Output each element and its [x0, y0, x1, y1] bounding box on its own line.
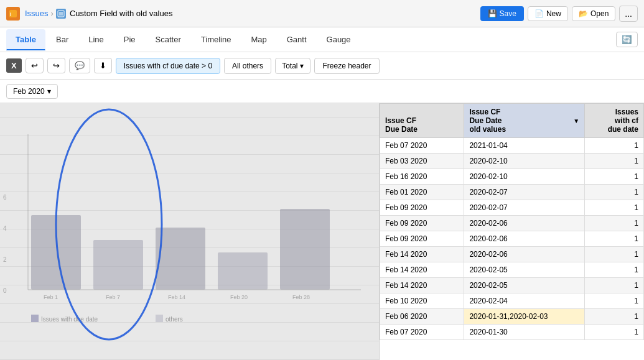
- svg-text:4: 4: [3, 225, 7, 232]
- cell-count: 1: [585, 200, 644, 216]
- chevron-icon: ▾: [300, 62, 304, 70]
- date-bar: Feb 2020 ▾: [0, 80, 644, 103]
- cell-old-value: 2020-01-31,2020-02-03: [464, 309, 585, 325]
- undo-button[interactable]: ↩: [26, 58, 44, 73]
- table-row: Feb 14 20202020-02-061: [380, 247, 644, 262]
- sort-desc-icon: ▼: [573, 118, 579, 124]
- table-header-row: Issue CFDue Date Issue CFDue Dateold val…: [380, 104, 644, 138]
- save-button[interactable]: 💾 Save: [480, 6, 524, 21]
- svg-text:Feb 28: Feb 28: [292, 294, 310, 300]
- svg-text:i: i: [10, 11, 12, 17]
- app-logo: i: [6, 7, 20, 21]
- svg-rect-7: [93, 240, 143, 290]
- cell-count: 1: [585, 216, 644, 231]
- table-row: Feb 09 20202020-02-061: [380, 216, 644, 231]
- clear-button[interactable]: X: [6, 58, 22, 73]
- cell-old-value: 2020-02-07: [464, 185, 585, 200]
- issues-link[interactable]: Issues: [25, 9, 49, 18]
- svg-text:0: 0: [3, 287, 7, 294]
- comment-button[interactable]: 💬: [69, 58, 90, 73]
- cell-old-value: 2020-02-10: [464, 154, 585, 169]
- tab-map[interactable]: Map: [241, 29, 276, 50]
- cell-due-date: Feb 09 2020: [380, 200, 464, 216]
- cell-due-date: Feb 14 2020: [380, 262, 464, 278]
- table-panel[interactable]: Issue CFDue Date Issue CFDue Dateold val…: [380, 103, 644, 360]
- freeze-header-button[interactable]: Freeze header: [314, 58, 379, 74]
- table-row: Feb 07 20202020-01-301: [380, 325, 644, 340]
- cell-due-date: Feb 01 2020: [380, 185, 464, 200]
- cell-due-date: Feb 06 2020: [380, 309, 464, 325]
- top-bar-actions: 💾 Save 📄 New 📂 Open ...: [480, 6, 638, 22]
- svg-text:2: 2: [3, 256, 7, 263]
- cell-count: 1: [585, 325, 644, 340]
- date-filter-button[interactable]: Feb 2020 ▾: [6, 84, 58, 99]
- cell-count: 1: [585, 293, 644, 309]
- cell-count: 1: [585, 154, 644, 169]
- filter-button[interactable]: Issues with cf due date > 0: [116, 58, 220, 74]
- breadcrumb: Issues › Custom Field with old values: [25, 9, 172, 19]
- cell-count: 1: [585, 309, 644, 325]
- open-button[interactable]: 📂 Open: [572, 6, 615, 21]
- redo-button[interactable]: ↪: [47, 58, 65, 73]
- cell-count: 1: [585, 247, 644, 262]
- svg-text:Feb 14: Feb 14: [168, 294, 185, 300]
- tab-gantt[interactable]: Gantt: [278, 29, 316, 50]
- cell-count: 1: [585, 278, 644, 293]
- cell-old-value: 2021-01-04: [464, 138, 585, 154]
- svg-rect-9: [218, 252, 268, 290]
- table-row: Feb 06 20202020-01-31,2020-02-031: [380, 309, 644, 325]
- table-row: Feb 14 20202020-02-051: [380, 278, 644, 293]
- tab-pie[interactable]: Pie: [114, 29, 145, 50]
- svg-text:6: 6: [3, 194, 7, 201]
- col-issues-with-cf[interactable]: Issueswith cfdue date: [585, 104, 644, 138]
- table-body: Feb 07 20202021-01-041Feb 03 20202020-02…: [380, 138, 644, 340]
- open-icon: 📂: [579, 9, 588, 18]
- new-button[interactable]: 📄 New: [528, 6, 568, 21]
- cell-count: 1: [585, 138, 644, 154]
- top-bar: i Issues › Custom Field with old values …: [0, 0, 644, 27]
- col-issue-cf-due-date[interactable]: Issue CFDue Date: [380, 104, 464, 138]
- cell-due-date: Feb 09 2020: [380, 231, 464, 247]
- tab-bar[interactable]: Bar: [47, 29, 78, 50]
- cell-old-value: 2020-02-06: [464, 231, 585, 247]
- action-bar: X ↩ ↪ 💬 ⬇ Issues with cf due date > 0 Al…: [0, 52, 644, 80]
- col-issue-cf-old-values[interactable]: Issue CFDue Dateold values ▼: [464, 104, 585, 138]
- tab-scatter[interactable]: Scatter: [146, 29, 190, 50]
- tab-line[interactable]: Line: [79, 29, 113, 50]
- cell-due-date: Feb 03 2020: [380, 154, 464, 169]
- cell-old-value: 2020-02-07: [464, 200, 585, 216]
- cell-old-value: 2020-02-04: [464, 293, 585, 309]
- svg-text:Feb 7: Feb 7: [106, 294, 120, 300]
- refresh-button[interactable]: 🔄: [616, 32, 638, 47]
- table-row: Feb 14 20202020-02-051: [380, 262, 644, 278]
- tab-table[interactable]: Table: [6, 29, 45, 50]
- cell-due-date: Feb 07 2020: [380, 325, 464, 340]
- data-table: Issue CFDue Date Issue CFDue Dateold val…: [380, 103, 644, 340]
- svg-text:Feb 1: Feb 1: [44, 294, 58, 300]
- cell-due-date: Feb 10 2020: [380, 293, 464, 309]
- cell-old-value: 2020-01-30: [464, 325, 585, 340]
- cell-due-date: Feb 09 2020: [380, 216, 464, 231]
- new-icon: 📄: [534, 9, 544, 18]
- svg-rect-6: [31, 215, 81, 290]
- tab-bar: Table Bar Line Pie Scatter Timeline Map …: [0, 27, 644, 52]
- svg-text:Issues with due date: Issues with due date: [41, 316, 98, 323]
- table-row: Feb 09 20202020-02-061: [380, 231, 644, 247]
- report-name: Custom Field with old values: [70, 9, 172, 18]
- svg-text:others: others: [166, 316, 183, 323]
- chart-area: 0 2 4 6 Feb 1 Feb 7 Feb 14 Feb 20 Feb 28…: [0, 103, 379, 360]
- date-chevron-icon: ▾: [47, 87, 51, 96]
- table-row: Feb 09 20202020-02-071: [380, 200, 644, 216]
- tab-timeline[interactable]: Timeline: [192, 29, 241, 50]
- floppy-icon: 💾: [488, 9, 497, 18]
- all-others-button[interactable]: All others: [224, 58, 271, 74]
- cell-count: 1: [585, 185, 644, 200]
- cell-count: 1: [585, 169, 644, 185]
- svg-rect-22: [31, 315, 39, 322]
- cell-old-value: 2020-02-10: [464, 169, 585, 185]
- total-dropdown[interactable]: Total ▾: [275, 58, 310, 74]
- more-button[interactable]: ...: [619, 6, 638, 22]
- download-button[interactable]: ⬇: [94, 58, 112, 73]
- table-row: Feb 10 20202020-02-041: [380, 293, 644, 309]
- tab-gauge[interactable]: Gauge: [317, 29, 360, 50]
